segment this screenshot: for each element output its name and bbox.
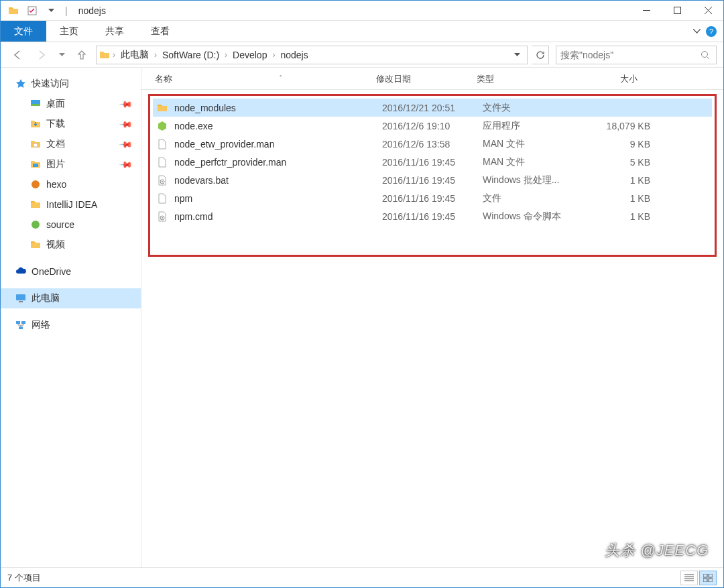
sidebar-item[interactable]: 桌面📌 (1, 94, 141, 114)
file-row[interactable]: node.exe2016/12/6 19:10应用程序18,079 KB (153, 117, 712, 135)
file-row[interactable]: node_etw_provider.man2016/12/6 13:58MAN … (153, 135, 712, 153)
svg-rect-5 (31, 104, 40, 106)
svg-point-9 (32, 221, 40, 229)
file-type: Windows 命令脚本 (483, 211, 583, 223)
file-name: node_modules (174, 103, 382, 113)
breadcrumb-item[interactable]: nodejs (278, 48, 310, 62)
sidebar-item[interactable]: 文档📌 (1, 134, 141, 154)
file-row[interactable]: node_perfctr_provider.man2016/11/16 19:4… (153, 153, 712, 171)
ribbon-tab-view[interactable]: 查看 (137, 21, 183, 42)
chevron-right-icon[interactable]: › (113, 50, 115, 60)
sidebar-item[interactable]: hexo (1, 174, 141, 194)
sidebar-item-label: 桌面 (46, 98, 65, 110)
column-header-type[interactable]: 类型 (477, 73, 577, 85)
svg-rect-20 (709, 574, 713, 577)
forward-button[interactable] (32, 45, 52, 65)
sidebar-item-label: 文档 (46, 138, 65, 150)
separator: | (65, 5, 68, 16)
column-headers: 名称 ˆ 修改日期 类型 大小 (141, 68, 723, 90)
chevron-right-icon[interactable]: › (154, 50, 157, 60)
sidebar-item[interactable]: 视频 (1, 235, 141, 255)
svg-rect-19 (703, 574, 707, 577)
qat-properties-button[interactable] (25, 3, 40, 18)
sidebar-item[interactable]: 下载📌 (1, 114, 141, 134)
file-date: 2016/11/16 19:45 (382, 175, 483, 186)
quick-access-toolbar: | nodejs (1, 3, 106, 18)
chevron-right-icon[interactable]: › (225, 50, 227, 60)
file-name: node_etw_provider.man (174, 139, 382, 150)
svg-rect-2 (674, 7, 680, 14)
ribbon-tab-share[interactable]: 共享 (92, 21, 137, 42)
highlight-box: node_modules2016/12/21 20:51文件夹node.exe2… (148, 94, 717, 257)
column-header-date[interactable]: 修改日期 (376, 73, 477, 85)
address-dropdown[interactable] (509, 53, 524, 57)
svg-point-3 (702, 51, 708, 57)
qat-dropdown[interactable] (44, 3, 58, 18)
sidebar-this-pc[interactable]: 此电脑 (1, 288, 141, 308)
ribbon-file-tab[interactable]: 文件 (1, 21, 46, 42)
sidebar-item[interactable]: 图片📌 (1, 154, 141, 174)
sidebar-item-label: 图片 (46, 158, 65, 170)
breadcrumb-bar[interactable]: › 此电脑 › SoftWare (D:) › Develop › nodejs (96, 46, 528, 64)
file-name: npm.cmd (174, 211, 382, 222)
file-size: 5 KB (583, 157, 650, 168)
refresh-button[interactable] (532, 46, 549, 64)
pin-icon: 📌 (119, 157, 133, 172)
sidebar-network[interactable]: 网络 (1, 315, 141, 335)
history-dropdown[interactable] (56, 45, 68, 65)
cloud-icon (15, 266, 26, 277)
chevron-right-icon[interactable]: › (272, 50, 275, 60)
up-button[interactable] (72, 45, 92, 65)
sidebar-item-label: source (46, 219, 74, 230)
svg-point-16 (162, 181, 163, 182)
star-icon (15, 78, 26, 89)
view-details-button[interactable] (680, 571, 698, 585)
network-icon (15, 320, 26, 331)
sidebar-onedrive[interactable]: OneDrive (1, 261, 141, 282)
maximize-button[interactable] (662, 1, 692, 21)
minimize-button[interactable] (631, 1, 662, 21)
column-header-size[interactable]: 大小 (577, 73, 651, 85)
close-button[interactable] (692, 1, 723, 21)
sidebar-label: 快速访问 (32, 78, 69, 90)
svg-rect-14 (19, 327, 23, 329)
search-box[interactable] (556, 46, 717, 64)
breadcrumb-item[interactable]: SoftWare (D:) (160, 48, 222, 62)
breadcrumb-item[interactable]: 此电脑 (118, 48, 152, 62)
window-title: nodejs (78, 5, 106, 16)
file-row[interactable]: npm.cmd2016/11/16 19:45Windows 命令脚本1 KB (153, 207, 712, 225)
file-type: MAN 文件 (483, 156, 583, 168)
main-area: 快速访问 桌面📌下载📌文档📌图片📌hexoIntelliJ IDEAsource… (1, 68, 723, 567)
ribbon-expand-icon[interactable] (693, 29, 701, 34)
window-controls (631, 1, 723, 21)
file-type: Windows 批处理... (483, 174, 583, 186)
file-row[interactable]: nodevars.bat2016/11/16 19:45Windows 批处理.… (153, 171, 712, 189)
file-name: npm (174, 193, 382, 204)
sidebar-item[interactable]: source (1, 215, 141, 235)
file-name: node.exe (174, 121, 382, 131)
file-date: 2016/11/16 19:45 (382, 211, 483, 222)
svg-rect-13 (21, 321, 25, 324)
computer-icon (15, 293, 26, 304)
search-input[interactable] (560, 50, 699, 60)
file-size: 1 KB (583, 175, 650, 186)
folder-icon (99, 50, 110, 60)
file-list: node_modules2016/12/21 20:51文件夹node.exe2… (141, 90, 723, 567)
status-bar: 7 个项目 (1, 567, 723, 587)
help-icon[interactable]: ? (706, 26, 717, 37)
back-button[interactable] (7, 45, 27, 65)
svg-rect-7 (33, 164, 38, 167)
ribbon-tab-home[interactable]: 主页 (46, 21, 92, 42)
svg-rect-11 (19, 301, 23, 302)
file-size: 9 KB (583, 139, 650, 150)
address-row: › 此电脑 › SoftWare (D:) › Develop › nodejs (1, 42, 723, 68)
file-row[interactable]: npm2016/11/16 19:45文件1 KB (153, 189, 712, 207)
search-icon[interactable] (699, 50, 712, 60)
breadcrumb-item[interactable]: Develop (230, 48, 269, 62)
svg-rect-12 (16, 321, 20, 324)
sidebar-item[interactable]: IntelliJ IDEA (1, 194, 141, 215)
view-large-icons-button[interactable] (699, 571, 717, 585)
sidebar-quick-access[interactable]: 快速访问 (1, 74, 141, 94)
file-row[interactable]: node_modules2016/12/21 20:51文件夹 (153, 99, 712, 117)
column-header-name[interactable]: 名称 ˆ (155, 73, 376, 85)
